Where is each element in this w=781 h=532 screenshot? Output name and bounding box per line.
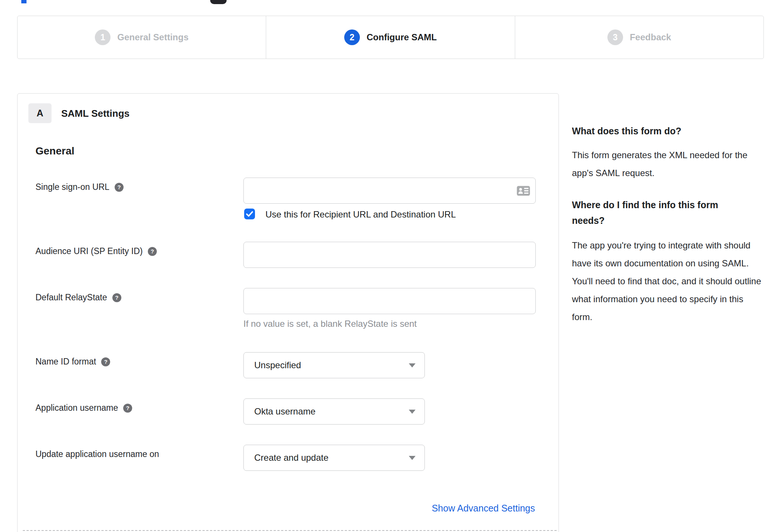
section-a-badge: A: [28, 103, 52, 123]
app-username-label-row: Application username ?: [35, 403, 132, 413]
step-label: Configure SAML: [367, 32, 437, 43]
sso-url-label-row: Single sign-on URL ?: [35, 182, 124, 192]
field-label: Name ID format: [35, 357, 96, 367]
field-label: Default RelayState: [35, 292, 107, 303]
step-general-settings[interactable]: 1 General Settings: [18, 16, 266, 59]
help-icon[interactable]: ?: [148, 247, 157, 256]
contact-card-autofill-icon[interactable]: [517, 186, 530, 196]
wizard-stepper: 1 General Settings 2 Configure SAML 3 Fe…: [17, 16, 764, 59]
update-username-label-row: Update application username on: [35, 449, 159, 459]
selected-value: Unspecified: [254, 360, 409, 370]
field-label: Application username: [35, 403, 118, 413]
nameid-format-label-row: Name ID format ?: [35, 357, 110, 367]
help-body-what: This form generates the XML needed for t…: [572, 146, 766, 182]
general-section-heading: General: [35, 145, 74, 157]
help-icon[interactable]: ?: [112, 293, 121, 302]
sso-url-input[interactable]: [243, 178, 536, 204]
cutoff-tab-indicator: [21, 0, 27, 3]
step-label: General Settings: [117, 32, 189, 43]
help-heading-where: Where do I find the info this form needs…: [572, 197, 747, 228]
recipient-url-checkbox-label[interactable]: Use this for Recipient URL and Destinati…: [265, 209, 456, 220]
step-label: Feedback: [630, 32, 671, 43]
saml-settings-panel: A SAML Settings General Single sign-on U…: [17, 93, 559, 532]
step-feedback[interactable]: 3 Feedback: [515, 16, 763, 59]
chevron-down-icon: [409, 363, 416, 367]
chevron-down-icon: [409, 456, 416, 460]
help-body-where: The app you're trying to integrate with …: [572, 237, 766, 326]
update-username-select[interactable]: Create and update: [243, 445, 425, 471]
chevron-down-icon: [409, 410, 416, 414]
field-label: Audience URI (SP Entity ID): [35, 246, 143, 256]
step-configure-saml[interactable]: 2 Configure SAML: [266, 16, 514, 59]
field-label: Update application username on: [35, 449, 159, 459]
audience-uri-label-row: Audience URI (SP Entity ID) ?: [35, 246, 157, 256]
panel-title: SAML Settings: [61, 108, 130, 119]
step-number-badge: 2: [344, 29, 360, 45]
step-number-badge: 3: [607, 29, 623, 45]
relaystate-hint: If no value is set, a blank RelayState i…: [243, 319, 417, 329]
app-username-select[interactable]: Okta username: [243, 398, 425, 425]
selected-value: Create and update: [254, 453, 409, 463]
help-icon[interactable]: ?: [101, 357, 110, 366]
help-heading-what: What does this form do?: [572, 123, 681, 139]
show-advanced-settings-link[interactable]: Show Advanced Settings: [432, 503, 535, 514]
relaystate-input[interactable]: [243, 288, 536, 314]
cutoff-dark-icon: [210, 0, 227, 4]
recipient-url-checkbox[interactable]: [244, 209, 255, 219]
audience-uri-input[interactable]: [243, 242, 536, 268]
relaystate-label-row: Default RelayState ?: [35, 292, 121, 303]
field-label: Single sign-on URL: [35, 182, 109, 192]
step-number-badge: 1: [95, 29, 111, 45]
dashed-section-divider: [23, 530, 557, 531]
help-icon[interactable]: ?: [123, 404, 132, 413]
selected-value: Okta username: [254, 406, 409, 417]
nameid-format-select[interactable]: Unspecified: [243, 352, 425, 378]
help-icon[interactable]: ?: [115, 183, 124, 192]
